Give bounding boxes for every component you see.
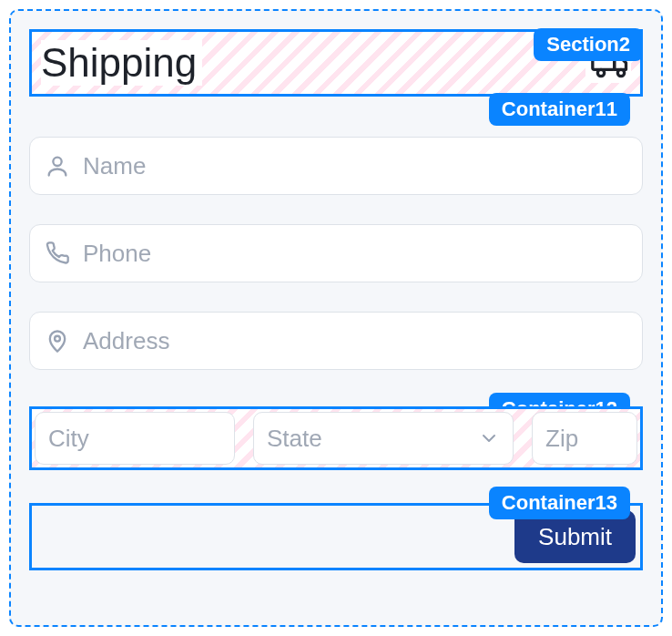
phone-input[interactable] <box>83 240 627 268</box>
svg-point-3 <box>53 158 61 166</box>
svg-point-4 <box>55 336 60 342</box>
name-row <box>29 137 643 195</box>
svg-point-2 <box>617 69 624 76</box>
city-state-zip-row: State <box>29 406 643 470</box>
city-cell <box>35 412 235 465</box>
phone-row <box>29 224 643 282</box>
pin-icon <box>45 328 70 354</box>
shipping-panel: Shipping Section2 Container11 <box>9 9 663 627</box>
person-icon <box>45 153 70 179</box>
chevron-down-icon <box>478 427 500 449</box>
section-title: Shipping <box>41 40 202 86</box>
tag-container13: Container13 <box>489 487 630 519</box>
section-header: Shipping Section2 <box>29 29 643 97</box>
zip-input[interactable] <box>545 425 624 453</box>
state-placeholder: State <box>267 425 322 453</box>
address-input[interactable] <box>83 327 627 355</box>
svg-point-1 <box>597 69 604 76</box>
phone-icon <box>45 241 70 266</box>
tag-container11: Container11 <box>489 93 630 126</box>
address-row <box>29 312 643 370</box>
zip-cell <box>532 412 637 465</box>
name-input[interactable] <box>83 152 627 180</box>
state-select[interactable]: State <box>253 412 514 465</box>
city-input[interactable] <box>48 425 221 453</box>
tag-section2: Section2 <box>534 28 643 61</box>
